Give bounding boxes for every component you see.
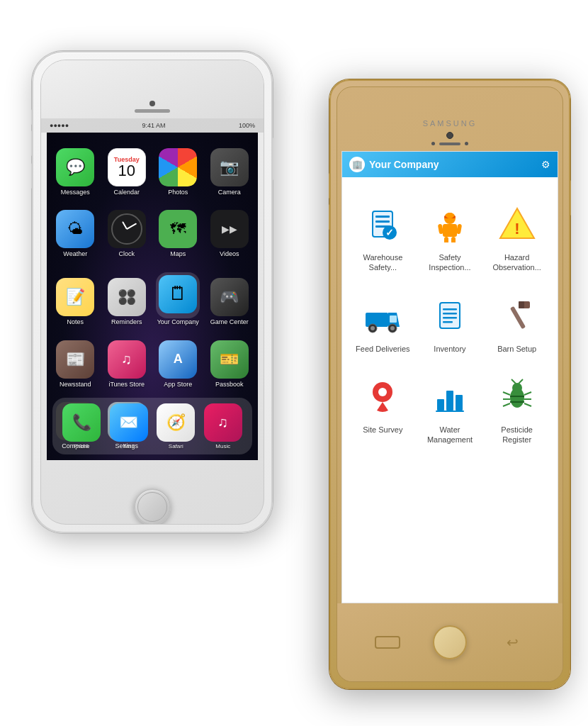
dock-app-phone[interactable]: 📞 Phone xyxy=(62,403,101,449)
yourcompany-icon: 🗒 xyxy=(159,275,197,313)
samsung-app-warehouse[interactable]: ✓ Warehouse Safety... xyxy=(349,191,417,283)
samsung-app-safety[interactable]: Safety Inspection... xyxy=(417,191,484,283)
ios-app-calendar[interactable]: Tuesday 10 Calendar xyxy=(101,138,153,201)
inventory-icon xyxy=(427,293,473,338)
iphone-vol-down-btn[interactable] xyxy=(31,163,33,189)
svg-line-42 xyxy=(503,403,510,406)
svg-rect-2 xyxy=(375,220,390,223)
samsung-app-hazard[interactable]: ! Hazard Observation... xyxy=(483,191,550,283)
samsung-title-bold: Company xyxy=(394,159,439,170)
iphone-device: ●●●●● 9:41 AM 100% 💬 Messages xyxy=(32,51,273,533)
svg-rect-24 xyxy=(443,313,457,315)
ios-app-passbook[interactable]: 🎫 Passbook xyxy=(204,330,256,393)
iphone-signal: ●●●●● xyxy=(50,122,69,129)
mail-icon: ✉️ xyxy=(110,403,148,442)
svg-point-18 xyxy=(371,326,375,330)
barn-setup-icon xyxy=(494,293,540,338)
samsung-title-plain: Your xyxy=(369,159,394,170)
dock-app-mail[interactable]: ✉️ Mail xyxy=(110,403,148,449)
videos-label: Videos xyxy=(220,250,239,258)
ios-app-yourcompany[interactable]: 🗒 Your Company xyxy=(152,262,204,330)
samsung-device: SAMSUNG 10:04 AM 14% 🏢 xyxy=(329,79,570,689)
iphone-dock: 📞 Phone ✉️ Mail 🧭 Safari ♫ Music xyxy=(52,398,252,454)
samsung-app-sitesurvey[interactable]: Site Survey xyxy=(349,364,417,455)
messages-label: Messages xyxy=(61,189,90,196)
calendar-day: 10 xyxy=(118,163,135,179)
gamecenter-icon: 🎮 xyxy=(210,278,249,316)
samsung-settings-icon[interactable]: ⚙ xyxy=(541,159,550,170)
svg-text:✓: ✓ xyxy=(385,227,394,238)
ios-app-itunes[interactable]: ♫ iTunes Store xyxy=(101,330,153,393)
ios-app-weather[interactable]: 🌤 Weather xyxy=(50,201,101,263)
safari-icon: 🧭 xyxy=(157,403,195,442)
ios-app-messages[interactable]: 💬 Messages xyxy=(50,138,101,201)
ios-app-gamecenter[interactable]: 🎮 Game Center xyxy=(204,262,256,330)
samsung-app-pesticide[interactable]: Pesticide Register xyxy=(483,364,550,455)
svg-text:!: ! xyxy=(514,220,519,238)
samsung-vol-up-btn[interactable] xyxy=(329,173,331,199)
videos-icon: ▶▶ xyxy=(210,210,249,248)
photos-icon-inner xyxy=(159,148,197,186)
clock-icon xyxy=(108,210,146,248)
ios-app-reminders[interactable]: ⚫⚫⚫⚫ Reminders xyxy=(101,262,153,330)
samsung-app-water[interactable]: Water Management xyxy=(417,364,484,455)
ios-app-camera[interactable]: 📷 Camera xyxy=(204,138,256,201)
ios-app-notes[interactable]: 📝 Notes xyxy=(50,262,101,330)
samsung-app-feed[interactable]: Feed Deliveries xyxy=(349,283,417,364)
samsung-home-btn[interactable] xyxy=(433,625,467,659)
itunes-label: iTunes Store xyxy=(108,381,145,389)
weather-label: Weather xyxy=(63,250,87,258)
samsung-vol-down-btn[interactable] xyxy=(329,204,331,230)
iphone-status-bar: ●●●●● 9:41 AM 100% xyxy=(41,118,264,133)
clock-min-hand xyxy=(126,223,137,230)
ios-app-videos[interactable]: ▶▶ Videos xyxy=(204,201,256,263)
svg-point-37 xyxy=(512,383,522,393)
scene: ●●●●● 9:41 AM 100% 💬 Messages xyxy=(18,23,570,703)
svg-point-20 xyxy=(390,326,395,330)
appstore-icon: A xyxy=(159,340,197,379)
svg-rect-23 xyxy=(443,308,457,311)
music-label: Music xyxy=(215,443,230,449)
samsung-power-btn[interactable] xyxy=(569,180,571,216)
messages-icon: 💬 xyxy=(56,148,94,186)
samsung-body: SAMSUNG 10:04 AM 14% 🏢 xyxy=(337,86,563,682)
passbook-label: Passbook xyxy=(215,381,244,389)
svg-line-39 xyxy=(519,379,523,384)
iphone-power-btn[interactable] xyxy=(271,138,273,180)
svg-rect-21 xyxy=(390,315,397,323)
photos-icon xyxy=(159,148,197,186)
yourcompany-label: Your Company xyxy=(157,318,199,326)
ios-app-newsstand[interactable]: 📰 Newsstand xyxy=(50,330,101,393)
samsung-recent-apps-btn[interactable] xyxy=(375,636,400,649)
feed-deliveries-label: Feed Deliveries xyxy=(356,344,409,354)
svg-rect-28 xyxy=(510,306,526,328)
samsung-app-grid: ✓ Warehouse Safety... xyxy=(342,177,558,469)
iphone-mute-btn[interactable] xyxy=(31,109,33,125)
clock-face xyxy=(111,213,142,245)
hazard-observation-label: Hazard Observation... xyxy=(486,252,548,273)
samsung-app-barnsetup[interactable]: Barn Setup xyxy=(483,283,550,364)
safari-label: Safari xyxy=(169,443,183,449)
iphone-body: ●●●●● 9:41 AM 100% 💬 Messages xyxy=(40,60,264,525)
dock-app-music[interactable]: ♫ Music xyxy=(204,403,242,449)
iphone-top-hardware xyxy=(41,60,264,118)
samsung-top-hardware: SAMSUNG xyxy=(337,87,562,151)
music-icon: ♫ xyxy=(204,403,242,442)
samsung-sensors xyxy=(431,142,468,145)
iphone-vol-up-btn[interactable] xyxy=(31,130,33,156)
samsung-back-btn[interactable]: ↩ xyxy=(499,630,525,655)
ios-app-maps[interactable]: 🗺 Maps xyxy=(152,201,204,263)
samsung-app-inventory[interactable]: Inventory xyxy=(417,283,484,364)
samsung-appbar-title: Your Company xyxy=(369,159,439,170)
ios-app-clock[interactable]: Clock xyxy=(101,201,153,263)
iphone-home-button[interactable] xyxy=(134,488,171,525)
ios-app-photos[interactable]: Photos xyxy=(152,138,204,201)
svg-line-40 xyxy=(503,392,510,395)
hazard-observation-icon: ! xyxy=(494,201,540,247)
svg-rect-35 xyxy=(436,411,464,412)
ios-app-appstore[interactable]: A App Store xyxy=(152,330,204,393)
reminders-icon: ⚫⚫⚫⚫ xyxy=(108,278,146,316)
dock-app-safari[interactable]: 🧭 Safari xyxy=(157,403,195,449)
svg-line-43 xyxy=(524,392,531,395)
weather-icon: 🌤 xyxy=(56,210,94,248)
